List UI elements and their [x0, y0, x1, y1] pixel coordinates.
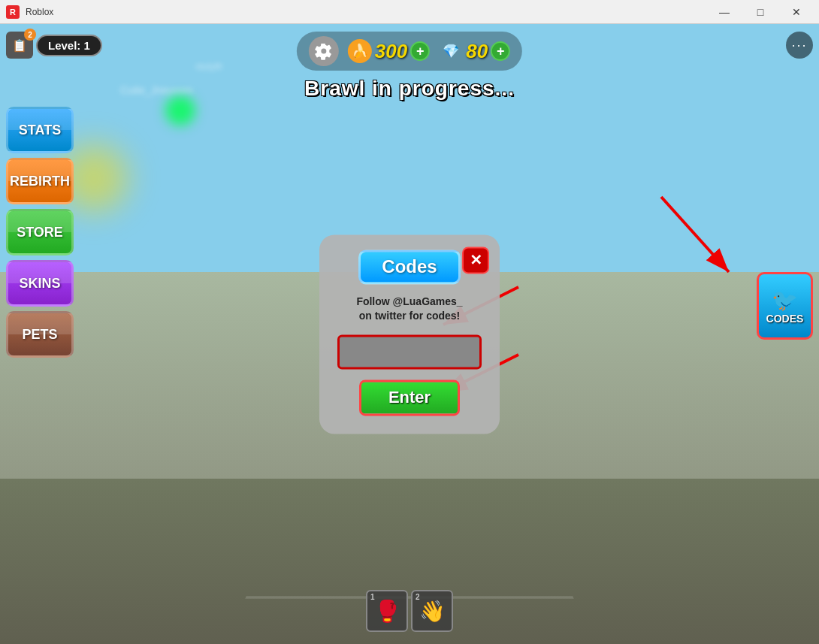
- minimize-button[interactable]: —: [708, 3, 741, 21]
- hotbar-slot-2[interactable]: 2 👋: [411, 590, 453, 632]
- more-options-icon: ···: [791, 38, 807, 53]
- green-glow: [165, 95, 195, 125]
- pets-button[interactable]: PETS: [6, 311, 74, 358]
- codes-modal: Codes ✕ Follow @LuaGames_on twitter for …: [319, 234, 500, 434]
- modal-title-area: Codes ✕: [337, 249, 482, 284]
- gem-icon: 💎: [439, 39, 463, 63]
- hotbar-slot-1[interactable]: 1 🥊: [366, 590, 408, 632]
- pets-label: PETS: [22, 327, 57, 343]
- code-input-field[interactable]: [346, 337, 473, 367]
- enter-code-button[interactable]: Enter: [359, 379, 460, 416]
- hud-bar: 🍌 300 + 💎 80 +: [297, 32, 522, 71]
- rebirth-label: REBIRTH: [10, 174, 70, 189]
- more-options-button[interactable]: ···: [786, 32, 813, 59]
- store-button[interactable]: STORE: [6, 209, 74, 255]
- window-controls: — □ ✕: [708, 3, 813, 21]
- gem-currency: 💎 80 +: [439, 39, 510, 63]
- slot-2-icon: 👋: [419, 599, 446, 624]
- notification-badge[interactable]: 📋 2: [6, 32, 33, 59]
- slot-2-number: 2: [416, 593, 420, 601]
- level-label: Level: 1: [36, 35, 102, 56]
- close-button[interactable]: ✕: [780, 3, 813, 21]
- sidebar: STATS REBIRTH STORE SKINS PETS: [6, 107, 74, 358]
- modal-close-button[interactable]: ✕: [462, 246, 489, 274]
- hotbar: 1 🥊 2 👋: [366, 590, 453, 632]
- twitter-icon: 🐦: [772, 288, 798, 313]
- codes-button-label: CODES: [766, 313, 804, 325]
- skins-label: SKINS: [19, 276, 60, 292]
- store-label: STORE: [17, 225, 63, 240]
- modal-title: Codes: [358, 249, 460, 284]
- slot-1-number: 1: [370, 593, 375, 601]
- brawl-status: Brawl in progress...: [304, 77, 515, 101]
- stats-label: STATS: [19, 122, 61, 138]
- gear-icon: [315, 42, 333, 60]
- slot-1-icon: 🥊: [374, 599, 400, 624]
- game-background: Cutie_Jneysom rttsfyffr 📋 2 Level: 1 ···: [0, 24, 819, 644]
- titlebar-title: Roblox: [26, 7, 53, 17]
- modal-follow-text: Follow @LuaGames_on twitter for codes!: [356, 295, 462, 324]
- banana-value: 300: [375, 40, 407, 63]
- gem-value: 80: [466, 40, 488, 63]
- skins-button[interactable]: SKINS: [6, 260, 74, 307]
- level-badge: 📋 2 Level: 1: [6, 32, 102, 59]
- player-name-1: Cutie_Jneysom: [120, 84, 193, 96]
- stats-button[interactable]: STATS: [6, 107, 74, 153]
- rebirth-button[interactable]: REBIRTH: [6, 158, 74, 204]
- banana-currency: 🍌 300 +: [348, 39, 430, 63]
- settings-button[interactable]: [309, 36, 339, 66]
- player-name-2: rttsfyffr: [195, 62, 222, 72]
- codes-button[interactable]: 🐦 CODES: [757, 272, 813, 340]
- arrow-to-codes: [639, 189, 759, 287]
- top-hud: 🍌 300 + 💎 80 + Brawl in progress...: [297, 32, 522, 101]
- titlebar-left: R Roblox: [6, 5, 53, 19]
- add-gem-button[interactable]: +: [491, 41, 510, 61]
- titlebar: R Roblox — □ ✕: [0, 0, 819, 24]
- app-icon: R: [6, 5, 20, 19]
- add-banana-button[interactable]: +: [410, 41, 430, 61]
- notification-count: 2: [24, 29, 36, 41]
- code-input-container: [337, 334, 482, 369]
- maximize-button[interactable]: □: [744, 3, 777, 21]
- banana-icon: 🍌: [348, 39, 372, 63]
- svg-line-5: [661, 197, 729, 272]
